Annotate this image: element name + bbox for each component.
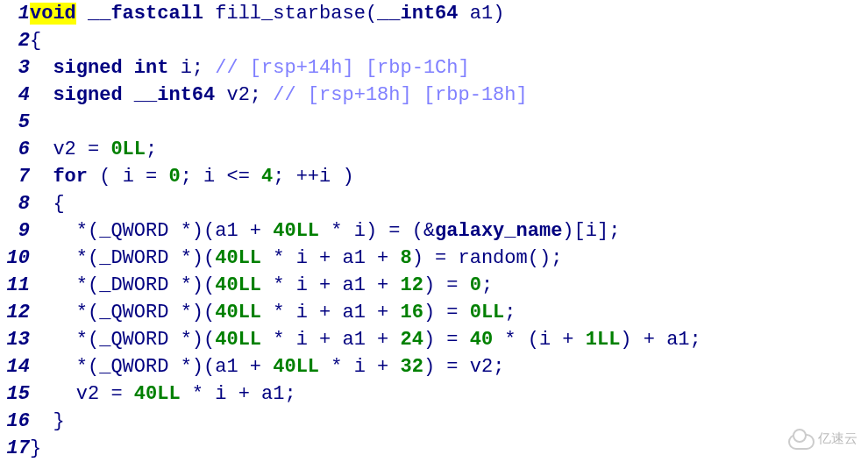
line-number: 3 [0, 54, 30, 82]
code-line: 15 v2 = 40LL * i + a1; [0, 380, 868, 408]
code-content: *(_QWORD *)(40LL * i + a1 + 24) = 40 * (… [30, 326, 701, 353]
line-number: 8 [0, 190, 30, 217]
code-content: { [30, 190, 65, 217]
code-line: 17} [0, 435, 868, 462]
line-number: 15 [0, 380, 30, 408]
code-line: 1void __fastcall fill_starbase(__int64 a… [0, 0, 868, 27]
line-number: 6 [0, 136, 30, 163]
code-line: 11 *(_DWORD *)(40LL * i + a1 + 12) = 0; [0, 272, 868, 299]
code-content: } [30, 408, 65, 435]
code-line: 7 for ( i = 0; i <= 4; ++i ) [0, 163, 868, 190]
code-content: } [30, 435, 41, 462]
code-content: void __fastcall fill_starbase(__int64 a1… [30, 0, 504, 27]
line-number: 16 [0, 408, 30, 435]
code-line: 12 *(_QWORD *)(40LL * i + a1 + 16) = 0LL… [0, 299, 868, 326]
decompiled-code-view: 1void __fastcall fill_starbase(__int64 a… [0, 0, 868, 462]
code-content: *(_QWORD *)(a1 + 40LL * i) = (&galaxy_na… [30, 217, 620, 245]
line-number: 4 [0, 82, 30, 109]
code-content: *(_QWORD *)(a1 + 40LL * i + 32) = v2; [30, 353, 504, 380]
code-content [30, 109, 41, 136]
code-content: *(_DWORD *)(40LL * i + a1 + 8) = random(… [30, 245, 562, 272]
code-line: 3 signed int i; // [rsp+14h] [rbp-1Ch] [0, 54, 868, 82]
watermark-text: 亿速云 [818, 424, 857, 451]
code-content: signed int i; // [rsp+14h] [rbp-1Ch] [30, 54, 470, 82]
line-number: 14 [0, 353, 30, 380]
line-number: 12 [0, 299, 30, 326]
line-number: 5 [0, 109, 30, 136]
line-number: 17 [0, 435, 30, 462]
code-content: { [30, 27, 41, 54]
code-content: signed __int64 v2; // [rsp+18h] [rbp-18h… [30, 82, 528, 109]
code-content: v2 = 40LL * i + a1; [30, 380, 296, 408]
code-line: 2{ [0, 27, 868, 54]
code-line: 10 *(_DWORD *)(40LL * i + a1 + 8) = rand… [0, 245, 868, 272]
line-number: 11 [0, 272, 30, 299]
code-content: v2 = 0LL; [30, 136, 157, 163]
cloud-icon [784, 429, 814, 448]
watermark: 亿速云 [784, 424, 857, 451]
code-content: *(_DWORD *)(40LL * i + a1 + 12) = 0; [30, 272, 493, 299]
code-line: 6 v2 = 0LL; [0, 136, 868, 163]
code-content: for ( i = 0; i <= 4; ++i ) [30, 163, 354, 190]
line-number: 9 [0, 217, 30, 245]
line-number: 13 [0, 326, 30, 353]
line-number: 2 [0, 27, 30, 54]
line-number: 7 [0, 163, 30, 190]
code-content: *(_QWORD *)(40LL * i + a1 + 16) = 0LL; [30, 299, 516, 326]
code-line: 14 *(_QWORD *)(a1 + 40LL * i + 32) = v2; [0, 353, 868, 380]
code-line: 4 signed __int64 v2; // [rsp+18h] [rbp-1… [0, 82, 868, 109]
code-line: 9 *(_QWORD *)(a1 + 40LL * i) = (&galaxy_… [0, 217, 868, 245]
code-line: 13 *(_QWORD *)(40LL * i + a1 + 24) = 40 … [0, 326, 868, 353]
line-number: 1 [0, 0, 30, 27]
code-line: 5 [0, 109, 868, 136]
code-line: 8 { [0, 190, 868, 217]
line-number: 10 [0, 245, 30, 272]
code-line: 16 } [0, 408, 868, 435]
